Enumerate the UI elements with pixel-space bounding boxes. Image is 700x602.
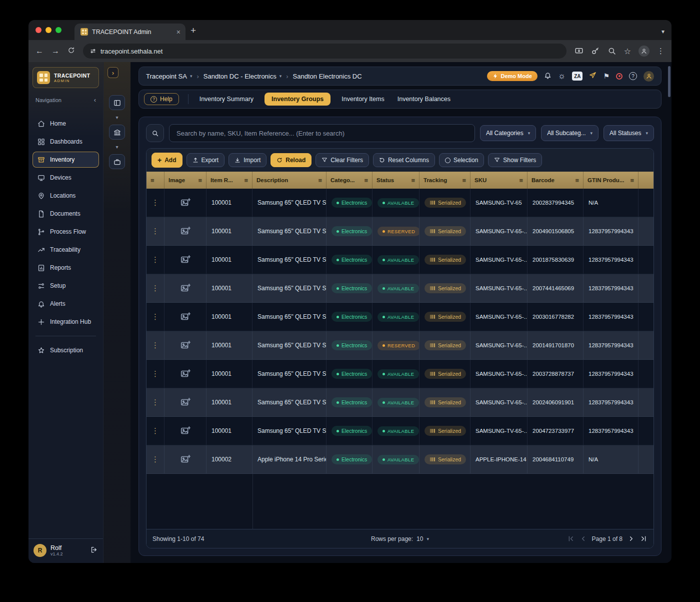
breadcrumb-org[interactable]: Tracepoint SA▾ xyxy=(146,73,192,80)
site-level-button[interactable] xyxy=(109,125,125,140)
breadcrumb-location[interactable]: Sandton Electronics DC xyxy=(293,73,362,80)
image-cell[interactable] xyxy=(164,331,206,359)
menu-icon[interactable]: ≡ xyxy=(630,177,634,184)
reload-page-button[interactable] xyxy=(68,47,75,56)
image-cell[interactable] xyxy=(164,360,206,388)
help-icon[interactable]: ? xyxy=(629,72,637,80)
image-cell[interactable] xyxy=(164,246,206,274)
menu-icon[interactable]: ≡ xyxy=(411,177,415,184)
image-cell[interactable] xyxy=(164,189,206,217)
row-menu-button[interactable]: ⋮ xyxy=(146,246,164,274)
notifications-bell-icon[interactable] xyxy=(544,72,552,81)
category-filter-select[interactable]: All Categories▾ xyxy=(480,125,536,141)
table-row[interactable]: ⋮ 100001 Samsung 65" QLED TV S... Electr… xyxy=(146,217,654,246)
sidebar-item-dashboards[interactable]: Dashboards xyxy=(32,134,99,150)
column-header-barcode[interactable]: Barcode≡ xyxy=(528,172,584,189)
sidebar-item-process-flow[interactable]: Process Flow xyxy=(32,224,99,240)
sidebar-item-devices[interactable]: Devices xyxy=(32,170,99,186)
sidebar-collapse-icon[interactable]: ‹ xyxy=(94,96,96,104)
column-header-category[interactable]: Catego...≡ xyxy=(326,172,372,189)
sidebar-item-inventory[interactable]: Inventory xyxy=(32,152,99,168)
tab-close-icon[interactable]: × xyxy=(176,28,180,36)
row-menu-button[interactable]: ⋮ xyxy=(146,189,164,217)
table-row[interactable]: ⋮ 100001 Samsung 65" QLED TV S... Electr… xyxy=(146,388,654,417)
browser-tab[interactable]: TRACEPOINT Admin × xyxy=(74,24,186,40)
menu-icon[interactable]: ≡ xyxy=(519,177,523,184)
table-row[interactable]: ⋮ 100001 Samsung 65" QLED TV S... Electr… xyxy=(146,274,654,303)
breadcrumb-site[interactable]: Sandton DC - Electronics▾ xyxy=(204,73,282,80)
table-row[interactable]: ⋮ 100001 Samsung 65" QLED TV S... Electr… xyxy=(146,331,654,360)
image-cell[interactable] xyxy=(164,417,206,445)
header-row-menu[interactable]: ≡ xyxy=(146,172,164,189)
site-settings-icon[interactable] xyxy=(90,48,96,54)
image-cell[interactable] xyxy=(164,303,206,331)
menu-icon[interactable]: ≡ xyxy=(462,177,466,184)
record-icon[interactable] xyxy=(616,73,622,80)
row-menu-button[interactable]: ⋮ xyxy=(146,445,164,473)
table-row[interactable]: ⋮ 100002 Apple iPhone 14 Pro Series Elec… xyxy=(146,445,654,474)
user-avatar[interactable]: R xyxy=(34,544,46,557)
last-page-button[interactable] xyxy=(640,535,648,542)
column-header-item-ref[interactable]: Item R...≡ xyxy=(206,172,252,189)
table-row[interactable]: ⋮ 100001 Samsung 65" QLED TV S... Electr… xyxy=(146,417,654,445)
install-app-icon[interactable] xyxy=(574,47,584,56)
column-header-gtin[interactable]: GTIN Produ...≡ xyxy=(584,172,638,189)
new-tab-button[interactable]: + xyxy=(190,25,196,36)
close-window-button[interactable] xyxy=(36,27,42,33)
page-scrollbar[interactable] xyxy=(668,66,670,97)
brand-card[interactable]: TRACEPOINT ADMIN xyxy=(32,67,99,88)
status-filter-select[interactable]: All Statuses▾ xyxy=(604,125,654,141)
tab-inventory-groups[interactable]: Inventory Groups xyxy=(264,93,330,106)
help-button[interactable]: ? Help xyxy=(144,93,179,105)
image-cell[interactable] xyxy=(164,445,206,473)
row-menu-button[interactable]: ⋮ xyxy=(146,360,164,388)
menu-icon[interactable]: ≡ xyxy=(364,177,368,184)
menu-icon[interactable]: ≡ xyxy=(318,177,322,184)
column-header-description[interactable]: Description≡ xyxy=(252,172,326,189)
flag-icon[interactable]: ⚑ xyxy=(603,72,610,80)
profile-icon[interactable] xyxy=(644,71,654,82)
password-key-icon[interactable] xyxy=(591,47,600,56)
tab-inventory-summary[interactable]: Inventory Summary xyxy=(198,93,256,106)
sidebar-item-integration-hub[interactable]: Integration Hub xyxy=(32,314,99,330)
column-header-tracking[interactable]: Tracking≡ xyxy=(420,172,470,189)
sidebar-item-home[interactable]: Home xyxy=(32,116,99,132)
back-button[interactable]: ← xyxy=(36,47,44,56)
url-field[interactable]: tracepoint.sethala.net xyxy=(83,44,566,59)
next-page-button[interactable] xyxy=(628,535,635,542)
row-menu-button[interactable]: ⋮ xyxy=(146,388,164,416)
forward-button[interactable]: → xyxy=(52,47,60,56)
clear-filters-button[interactable]: Clear Filters xyxy=(316,153,369,167)
row-menu-button[interactable]: ⋮ xyxy=(146,331,164,359)
image-cell[interactable] xyxy=(164,217,206,245)
table-row[interactable]: ⋮ 100001 Samsung 65" QLED TV S... Electr… xyxy=(146,246,654,274)
maximize-window-button[interactable] xyxy=(56,27,62,33)
menu-icon[interactable]: ≡ xyxy=(198,177,202,184)
zoom-search-icon[interactable] xyxy=(608,47,616,56)
row-menu-button[interactable]: ⋮ xyxy=(146,217,164,245)
export-button[interactable]: Export xyxy=(186,153,225,167)
previous-page-button[interactable] xyxy=(580,535,587,542)
row-menu-button[interactable]: ⋮ xyxy=(146,417,164,445)
add-button[interactable]: +Add xyxy=(152,153,182,168)
image-cell[interactable] xyxy=(164,388,206,416)
menu-icon[interactable]: ≡ xyxy=(575,177,579,184)
sidebar-item-setup[interactable]: Setup xyxy=(32,278,99,294)
locale-badge[interactable]: ZA xyxy=(572,72,582,81)
sidebar-item-traceability[interactable]: Traceability xyxy=(32,242,99,258)
send-rocket-icon[interactable] xyxy=(589,72,596,81)
subcategory-filter-select[interactable]: All Subcateg...▾ xyxy=(541,125,598,141)
bookmark-star-icon[interactable]: ☆ xyxy=(624,47,631,56)
sidebar-item-reports[interactable]: Reports xyxy=(32,260,99,276)
table-row[interactable]: ⋮ 100001 Samsung 65" QLED TV S... Electr… xyxy=(146,189,654,217)
selection-button[interactable]: Selection xyxy=(439,153,484,167)
row-menu-button[interactable]: ⋮ xyxy=(146,274,164,302)
rows-per-page-select[interactable]: 10 xyxy=(416,535,423,542)
panel-toggle-button[interactable] xyxy=(109,95,125,110)
row-menu-button[interactable]: ⋮ xyxy=(146,303,164,331)
logout-icon[interactable] xyxy=(90,546,98,555)
browser-menu-icon[interactable]: ⋮ xyxy=(657,47,664,56)
sidebar-item-locations[interactable]: Locations xyxy=(32,188,99,204)
table-row[interactable]: ⋮ 100001 Samsung 65" QLED TV S... Electr… xyxy=(146,303,654,331)
sidebar-item-subscription[interactable]: Subscription xyxy=(32,342,99,358)
